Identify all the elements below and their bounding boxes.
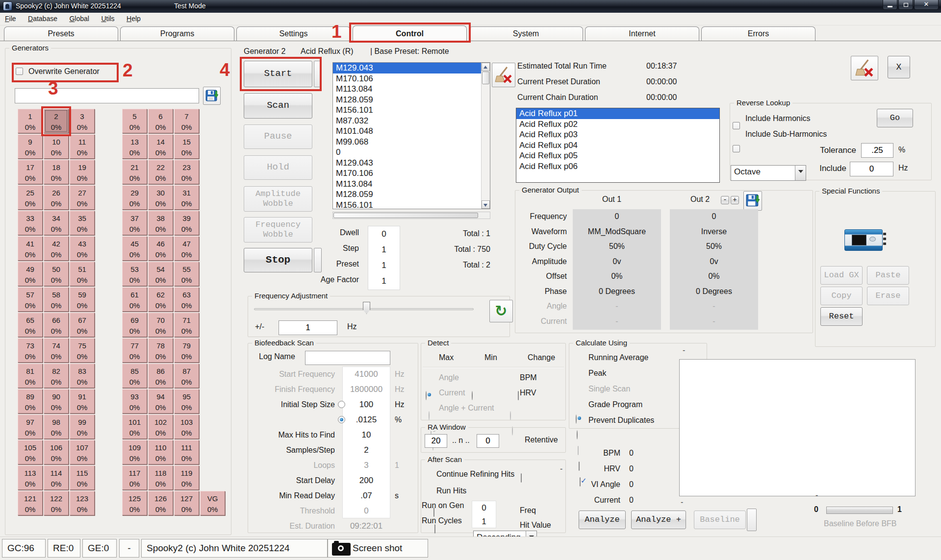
- generator-cell-42[interactable]: 420%: [44, 236, 69, 261]
- generator-cell-127[interactable]: 1270%: [174, 491, 199, 515]
- generator-cell-94[interactable]: 940%: [148, 389, 173, 414]
- generator-name-input[interactable]: [15, 88, 199, 103]
- generator-cell-39[interactable]: 390%: [174, 211, 199, 235]
- overwrite-generator-checkbox[interactable]: [16, 68, 23, 75]
- generator-cell-61[interactable]: 610%: [122, 287, 147, 312]
- generator-cell-66[interactable]: 660%: [44, 313, 69, 337]
- paste-button[interactable]: Paste: [867, 266, 909, 285]
- frequency-list-scrollbar[interactable]: [481, 63, 490, 209]
- amplitude-wobble-button[interactable]: Amplitude Wobble: [244, 186, 312, 212]
- generator-cell-111[interactable]: 1110%: [174, 440, 199, 464]
- preset-chain-item[interactable]: Acid Reflux p03: [516, 129, 719, 140]
- generator-cell-89[interactable]: 890%: [18, 389, 43, 414]
- generator-cell-99[interactable]: 990%: [70, 414, 95, 439]
- include-input[interactable]: [850, 162, 893, 176]
- generator-cell-3[interactable]: 30%: [70, 109, 95, 133]
- generator-cell-114[interactable]: 1140%: [44, 465, 69, 490]
- generator-cell-58[interactable]: 580%: [44, 287, 69, 312]
- clear-chain-button[interactable]: [851, 56, 878, 80]
- generator-cell-37[interactable]: 370%: [122, 211, 147, 235]
- generator-cell-91[interactable]: 910%: [70, 389, 95, 414]
- tab-system[interactable]: System: [469, 26, 583, 41]
- generator-cell-18[interactable]: 180%: [44, 160, 69, 184]
- generator-cell-19[interactable]: 190%: [70, 160, 95, 184]
- preset-chain-item[interactable]: Acid Reflux p04: [516, 140, 719, 151]
- generator-cell-95[interactable]: 950%: [174, 389, 199, 414]
- threshold-value[interactable]: 0: [342, 506, 390, 516]
- copy-button[interactable]: Copy: [820, 287, 863, 305]
- frequency-list-item[interactable]: M129.043: [333, 63, 481, 73]
- generator-cell-105[interactable]: 1050%: [18, 440, 43, 464]
- step-size-percent-value[interactable]: .0125: [342, 415, 390, 425]
- screenshot-button[interactable]: Screen shot: [328, 539, 428, 558]
- generator-cell-107[interactable]: 1070%: [70, 440, 95, 464]
- generator-cell-6[interactable]: 60%: [148, 109, 173, 133]
- generator-cell-125[interactable]: 1250%: [122, 491, 147, 515]
- generator-cell-13[interactable]: 130%: [122, 134, 147, 159]
- generator-cell-38[interactable]: 380%: [148, 211, 173, 235]
- baseline-button[interactable]: Baseline: [694, 511, 746, 529]
- run-cycles-value[interactable]: 1: [472, 515, 496, 529]
- frequency-list-item[interactable]: M87.032: [333, 116, 481, 126]
- generator-cell-103[interactable]: 1030%: [174, 414, 199, 439]
- generator-cell-11[interactable]: 110%: [70, 134, 95, 159]
- generator-cell-45[interactable]: 450%: [122, 236, 147, 261]
- generator-cell-74[interactable]: 740%: [44, 338, 69, 363]
- generator-cell-26[interactable]: 260%: [44, 185, 69, 210]
- include-sub-harmonics-checkbox[interactable]: [733, 145, 740, 152]
- generator-cell-23[interactable]: 230%: [174, 160, 199, 184]
- save-generator-button[interactable]: [203, 87, 221, 105]
- tab-errors[interactable]: Errors: [701, 26, 815, 41]
- save-output-button[interactable]: [743, 191, 762, 211]
- generator-cell-63[interactable]: 630%: [174, 287, 199, 312]
- frequency-list-item[interactable]: M128.059: [333, 189, 481, 200]
- generator-cell-31[interactable]: 310%: [174, 185, 199, 210]
- frequency-list-item[interactable]: 0: [333, 147, 481, 158]
- maximize-button[interactable]: [898, 0, 913, 10]
- generator-cell-67[interactable]: 670%: [70, 313, 95, 337]
- out2-plus-button[interactable]: +: [731, 196, 739, 204]
- octave-dropdown[interactable]: Octave: [731, 165, 806, 181]
- generator-cell-123[interactable]: 1230%: [70, 491, 95, 515]
- ra-window-offset-input[interactable]: [477, 434, 499, 448]
- generator-cell-14[interactable]: 140%: [148, 134, 173, 159]
- preset-chain-item[interactable]: Acid Reflux p01: [516, 108, 719, 119]
- menu-database[interactable]: Database: [23, 13, 62, 24]
- generator-cell-73[interactable]: 730%: [18, 338, 43, 363]
- frequency-adjustment-reset-button[interactable]: ↺: [489, 300, 513, 322]
- erase-button[interactable]: Erase: [867, 287, 909, 305]
- generator-cell-51[interactable]: 510%: [70, 262, 95, 286]
- analyze-button[interactable]: Analyze: [579, 511, 626, 529]
- generator-cell-50[interactable]: 500%: [44, 262, 69, 286]
- frequency-list-item[interactable]: M99.068: [333, 137, 481, 147]
- generator-cell-7[interactable]: 70%: [174, 109, 199, 133]
- generator-cell-97[interactable]: 970%: [18, 414, 43, 439]
- pause-button[interactable]: Pause: [244, 124, 312, 149]
- generator-cell-17[interactable]: 170%: [18, 160, 43, 184]
- detect-change-checkbox[interactable]: [518, 391, 519, 400]
- generator-cell-46[interactable]: 460%: [148, 236, 173, 261]
- reverse-lookup-go-button[interactable]: Go: [877, 109, 913, 127]
- scroll-down-arrow-icon[interactable]: [482, 200, 490, 209]
- frequency-scrollbar-thumb[interactable]: [482, 72, 489, 84]
- generator-cell-115[interactable]: 1150%: [70, 465, 95, 490]
- menu-global[interactable]: Global: [64, 13, 94, 24]
- generator-cell-101[interactable]: 1010%: [122, 414, 147, 439]
- tab-control[interactable]: Control: [353, 25, 467, 42]
- generator-cell-90[interactable]: 900%: [44, 389, 69, 414]
- generator-cell-75[interactable]: 750%: [70, 338, 95, 363]
- frequency-list-hscrollbar[interactable]: [332, 212, 490, 219]
- peak-radio[interactable]: [577, 430, 578, 439]
- analyze-plus-button[interactable]: Analyze +: [631, 511, 686, 529]
- frequency-list-item[interactable]: M113.084: [333, 84, 481, 95]
- generator-cell-110[interactable]: 1100%: [148, 440, 173, 464]
- generator-cell-57[interactable]: 570%: [18, 287, 43, 312]
- reset-button[interactable]: Reset: [820, 307, 863, 326]
- generator-cell-1[interactable]: 10%: [18, 109, 43, 133]
- detect-min-radio[interactable]: [472, 391, 473, 400]
- running-average-radio[interactable]: [576, 414, 577, 424]
- stop-button[interactable]: Stop: [244, 248, 312, 272]
- generator-cell-47[interactable]: 470%: [174, 236, 199, 261]
- generator-cell-9[interactable]: 90%: [18, 134, 43, 159]
- generator-cell-vg[interactable]: VG 0%: [200, 491, 225, 515]
